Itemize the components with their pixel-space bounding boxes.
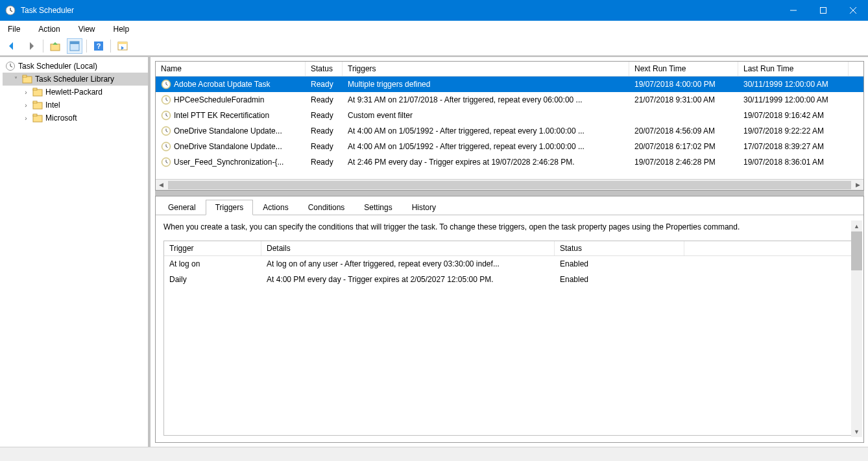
task-last-run: 30/11/1999 12:00:00 AM [738,95,849,104]
task-status: Ready [306,80,343,89]
task-next-run: 20/07/2018 6:17:02 PM [629,142,738,151]
tab-settings[interactable]: Settings [354,200,402,215]
task-last-run: 19/07/2018 9:16:42 AM [738,111,849,120]
task-scheduler-icon [5,61,16,71]
status-bar [0,447,868,461]
expand-icon[interactable]: ˅ [12,76,19,83]
tab-actions[interactable]: Actions [253,200,298,215]
expand-icon[interactable]: › [22,102,30,109]
task-status: Ready [306,158,343,167]
column-next-run[interactable]: Next Run Time [629,62,738,76]
task-icon [161,157,171,167]
tab-conditions[interactable]: Conditions [298,200,355,215]
properties-button[interactable] [67,38,82,54]
column-trigger-status[interactable]: Status [555,241,684,255]
back-button[interactable] [4,38,19,54]
folder-icon [32,100,43,110]
task-triggers: Custom event filter [343,111,629,120]
minimize-button[interactable] [778,0,808,21]
column-triggers[interactable]: Triggers [343,62,629,76]
scroll-left-icon[interactable]: ◀ [156,180,167,190]
tab-general[interactable]: General [158,200,206,215]
tab-bar: General Triggers Actions Conditions Sett… [156,196,863,215]
window-title: Task Scheduler [21,6,74,15]
help-button[interactable]: ? [91,38,106,54]
table-row[interactable]: OneDrive Standalone Update... Ready At 4… [156,123,863,139]
svg-rect-1 [821,8,826,14]
vertical-scrollbar[interactable]: ▲ ▼ [851,220,862,437]
scrollbar-thumb[interactable] [168,181,851,189]
trigger-details: At 4:00 PM every day - Trigger expires a… [261,275,555,284]
tree-view[interactable]: Task Scheduler (Local) ˅ Task Scheduler … [0,57,151,447]
task-triggers: Multiple triggers defined [343,80,629,89]
tree-node-intel[interactable]: › Intel [3,99,148,112]
table-row[interactable]: OneDrive Standalone Update... Ready At 4… [156,139,863,154]
splitter[interactable] [155,191,864,196]
trigger-row[interactable]: At log on At log on of any user - After … [164,256,855,272]
tree-node-microsoft[interactable]: › Microsoft [3,112,148,124]
scroll-down-icon[interactable]: ▼ [851,426,862,437]
task-next-run: 19/07/2018 4:00:00 PM [629,80,738,89]
task-icon [161,110,171,121]
svg-rect-4 [70,41,79,44]
horizontal-scrollbar[interactable]: ◀ ▶ [156,179,863,190]
task-name-label: Intel PTT EK Recertification [174,111,269,120]
expand-icon[interactable]: › [22,89,30,96]
task-icon [161,95,171,105]
tab-triggers[interactable]: Triggers [206,200,254,215]
trigger-details: At log on of any user - After triggered,… [261,259,555,268]
tree-node-hewlett-packard[interactable]: › Hewlett-Packard [3,86,148,99]
task-list[interactable]: Name Status Triggers Next Run Time Last … [155,61,864,191]
tree-node-label: Microsoft [45,113,77,123]
expand-icon[interactable]: › [22,115,30,122]
scroll-up-icon[interactable]: ▲ [851,220,862,231]
menu-file[interactable]: File [5,23,23,35]
table-row[interactable]: User_Feed_Synchronization-{... Ready At … [156,154,863,170]
tree-root[interactable]: Task Scheduler (Local) [3,60,148,73]
toolbar: ? [0,36,868,56]
column-status[interactable]: Status [306,62,343,76]
triggers-description: When you create a task, you can specify … [163,222,856,233]
tree-library[interactable]: ˅ Task Scheduler Library [3,73,148,86]
tree-node-label: Intel [45,100,60,110]
table-row[interactable]: Intel PTT EK Recertification Ready Custo… [156,108,863,123]
task-status: Ready [306,95,343,104]
triggers-header[interactable]: Trigger Details Status [164,241,855,256]
tree-root-label: Task Scheduler (Local) [18,62,97,71]
triggers-table[interactable]: Trigger Details Status At log on At log … [163,241,856,436]
tab-history[interactable]: History [402,200,446,215]
menu-view[interactable]: View [76,23,98,35]
scrollbar-thumb[interactable] [851,231,862,270]
scroll-right-icon[interactable]: ▶ [852,180,863,190]
titlebar: Task Scheduler [0,0,868,21]
trigger-row[interactable]: Daily At 4:00 PM every day - Trigger exp… [164,272,855,287]
task-name-label: User_Feed_Synchronization-{... [174,158,283,167]
up-button[interactable] [47,38,63,54]
task-list-header[interactable]: Name Status Triggers Next Run Time Last … [156,62,863,77]
column-trigger[interactable]: Trigger [164,241,261,255]
table-row[interactable]: Adobe Acrobat Update Task Ready Multiple… [156,77,863,92]
menu-help[interactable]: Help [111,23,132,35]
forward-button[interactable] [23,38,39,54]
menubar: File Action View Help [0,21,868,36]
svg-rect-15 [33,101,37,103]
maximize-button[interactable] [808,0,838,21]
column-name[interactable]: Name [156,62,306,76]
svg-rect-17 [33,114,37,116]
trigger-name: At log on [164,259,261,268]
folder-icon [32,87,43,97]
column-details[interactable]: Details [261,241,555,255]
task-triggers: At 4:00 AM on 1/05/1992 - After triggere… [343,126,629,136]
task-name-label: Adobe Acrobat Update Task [174,80,271,89]
table-row[interactable]: HPCeeScheduleForadmin Ready At 9:31 AM o… [156,92,863,108]
close-button[interactable] [838,0,868,21]
column-last-run[interactable]: Last Run Time [738,62,849,76]
menu-action[interactable]: Action [36,23,62,35]
task-next-run: 19/07/2018 2:46:28 PM [629,158,738,167]
task-scheduler-icon [5,5,16,16]
actions-pane-button[interactable] [115,38,130,54]
svg-rect-13 [33,88,37,90]
task-triggers: At 2:46 PM every day - Trigger expires a… [343,158,629,167]
svg-rect-2 [51,44,60,51]
task-last-run: 30/11/1999 12:00:00 AM [738,80,849,89]
